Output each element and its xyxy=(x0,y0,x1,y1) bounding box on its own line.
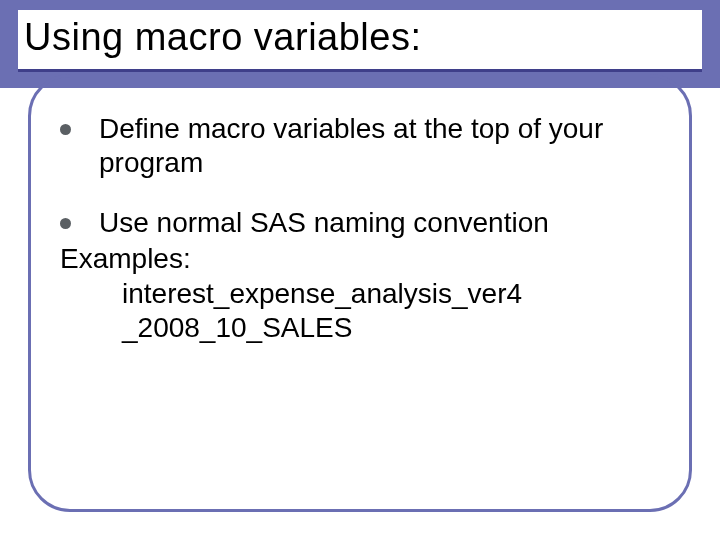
bullet-item: Define macro variables at the top of you… xyxy=(60,112,660,180)
bullet-item: Use normal SAS naming convention xyxy=(60,206,660,240)
bullet-icon xyxy=(60,124,71,135)
bullet-icon xyxy=(60,218,71,229)
title-box: Using macro variables: xyxy=(18,10,702,72)
slide-title: Using macro variables: xyxy=(24,16,696,59)
example-line: interest_expense_analysis_ver4 xyxy=(122,277,660,311)
slide-content: Define macro variables at the top of you… xyxy=(60,112,660,345)
examples-label: Examples: xyxy=(60,242,660,276)
bullet-text: Use normal SAS naming convention xyxy=(99,206,660,240)
example-line: _2008_10_SALES xyxy=(122,311,660,345)
bullet-text: Define macro variables at the top of you… xyxy=(99,112,660,180)
